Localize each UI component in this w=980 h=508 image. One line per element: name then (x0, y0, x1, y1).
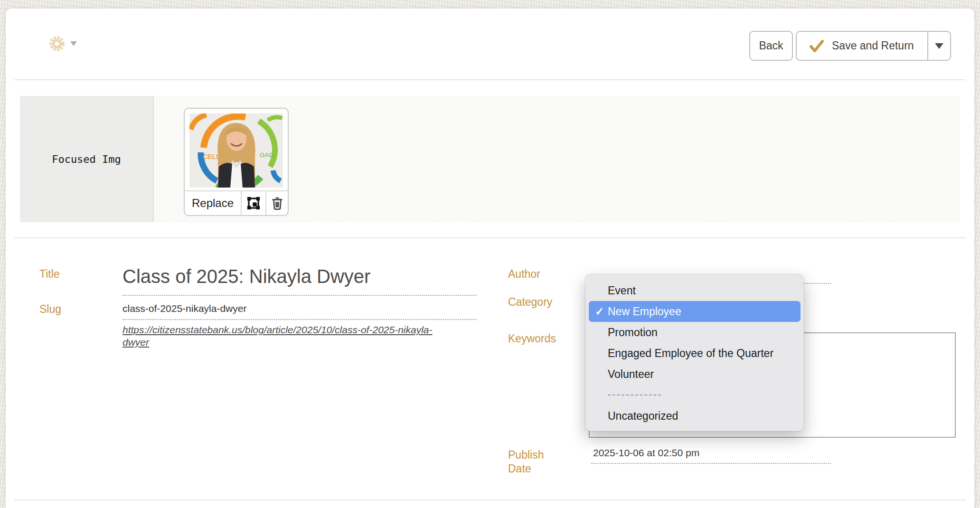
title-label: Title (39, 268, 60, 281)
gear-caret-down-icon (70, 41, 77, 46)
save-caret-down-icon (935, 43, 943, 49)
check-icon: ✓ (595, 305, 604, 318)
bottom-divider (14, 499, 966, 500)
focused-img-thumbnail-card: CELL OAD Replace (184, 108, 289, 216)
title-input[interactable]: Class of 2025: Nikayla Dwyer (122, 266, 476, 296)
publish-date-label: Publish Date (508, 448, 560, 476)
menu-item-label: New Employee (608, 305, 681, 318)
menu-item-label: Promotion (608, 326, 658, 339)
menu-separator (585, 385, 804, 405)
menu-item-label: Uncategorized (608, 410, 678, 423)
slug-label: Slug (39, 303, 61, 316)
menu-item-uncategorized[interactable]: Uncategorized (585, 405, 804, 426)
focused-img-actions: Replace (185, 190, 288, 215)
menu-item-promotion[interactable]: Promotion (585, 322, 804, 343)
menu-item-new-employee[interactable]: ✓New Employee (589, 301, 801, 322)
menu-item-label: Volunteer (608, 368, 654, 381)
menu-item-label: Event (608, 284, 636, 297)
keywords-label: Keywords (508, 332, 556, 345)
svg-text:OAD: OAD (260, 151, 273, 159)
settings-gear-button[interactable] (46, 33, 84, 54)
replace-image-button[interactable]: Replace (185, 191, 241, 215)
focused-img-field-area: CELL OAD Replace (154, 96, 960, 222)
category-dropdown-menu: Event✓New EmployeePromotionEngaged Emplo… (585, 274, 804, 431)
focused-img-row: Focused Img CELL OAD (20, 96, 960, 222)
edit-image-icon[interactable] (241, 191, 265, 215)
save-button-group: Save and Return (796, 31, 951, 61)
back-button[interactable]: Back (749, 31, 793, 61)
menu-item-volunteer[interactable]: Volunteer (585, 364, 804, 385)
save-button-label: Save and Return (832, 39, 914, 52)
gear-icon (48, 35, 66, 52)
save-and-return-button[interactable]: Save and Return (797, 32, 927, 60)
slug-input[interactable]: class-of-2025-nikayla-dwyer (122, 303, 476, 320)
slug-url-link[interactable]: https://citizensstatebank.us/blog/articl… (122, 324, 455, 348)
menu-separator-line (608, 395, 661, 395)
svg-text:CELL: CELL (203, 153, 220, 160)
delete-image-icon[interactable] (265, 191, 288, 215)
section-divider (14, 237, 966, 238)
publish-date-input[interactable]: 2025-10-06 at 02:50 pm (591, 447, 831, 464)
focused-img-label: Focused Img (20, 96, 154, 222)
menu-item-label: Engaged Employee of the Quarter (608, 347, 773, 360)
toolbar-divider (14, 79, 966, 80)
save-options-dropdown-button[interactable] (927, 32, 950, 60)
focused-img-photo: CELL OAD (189, 113, 283, 188)
category-label: Category (508, 296, 552, 309)
menu-item-engaged-employee-of-the-quarter[interactable]: Engaged Employee of the Quarter (585, 343, 804, 364)
save-check-icon (809, 39, 824, 53)
author-label: Author (508, 268, 540, 281)
menu-item-event[interactable]: Event (585, 280, 804, 301)
